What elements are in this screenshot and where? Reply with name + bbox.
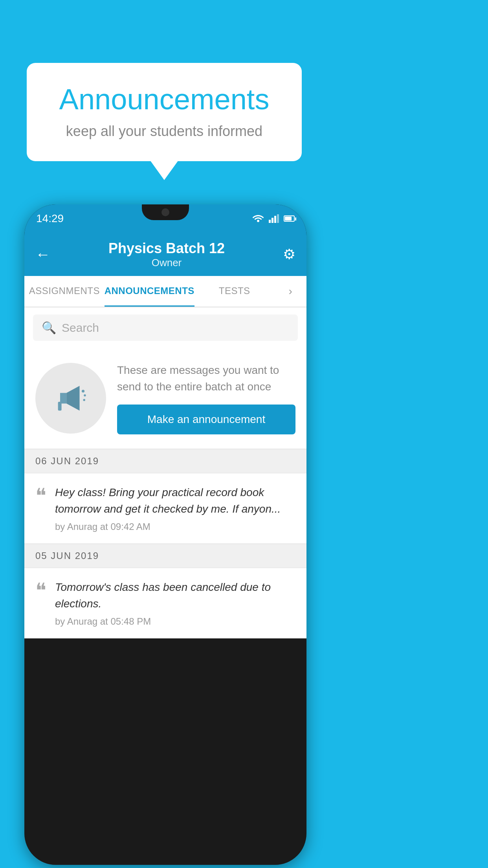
search-icon: 🔍 <box>42 321 56 335</box>
search-bar: 🔍 Search <box>24 307 306 348</box>
svg-rect-1 <box>272 218 273 223</box>
megaphone-icon <box>53 381 88 416</box>
tab-announcements[interactable]: ANNOUNCEMENTS <box>105 276 194 307</box>
announcement-meta-2: by Anurag at 05:48 PM <box>55 616 295 627</box>
announcement-text-2: Tomorrow's class has been cancelled due … <box>55 579 295 627</box>
announcement-item-2[interactable]: ❝ Tomorrow's class has been cancelled du… <box>24 568 306 638</box>
svg-point-9 <box>83 399 85 401</box>
svg-marker-5 <box>66 386 79 411</box>
announcement-promo: These are messages you want to send to t… <box>24 348 306 449</box>
battery-icon <box>284 215 295 222</box>
search-input-wrap[interactable]: 🔍 Search <box>33 314 298 341</box>
announcement-message-1: Hey class! Bring your practical record b… <box>55 484 295 517</box>
tab-tests[interactable]: TESTS <box>194 276 275 307</box>
svg-rect-2 <box>274 216 276 223</box>
app-header: ← Physics Batch 12 Owner ⚙ <box>24 233 306 276</box>
svg-rect-6 <box>58 402 62 411</box>
speech-bubble-subtitle: keep all your students informed <box>50 123 278 140</box>
announcement-message-2: Tomorrow's class has been cancelled due … <box>55 579 295 612</box>
status-icons <box>252 214 295 223</box>
announcement-item-1[interactable]: ❝ Hey class! Bring your practical record… <box>24 473 306 544</box>
make-announcement-button[interactable]: Make an announcement <box>117 405 295 434</box>
quote-icon-1: ❝ <box>35 486 46 506</box>
tab-assignments[interactable]: ASSIGNMENTS <box>24 276 105 307</box>
announcement-icon-circle <box>35 363 106 434</box>
svg-rect-3 <box>277 214 279 223</box>
phone-frame: 14:29 ← Physi <box>24 204 306 865</box>
header-center: Physics Batch 12 Owner <box>108 240 225 269</box>
tabs-bar: ASSIGNMENTS ANNOUNCEMENTS TESTS › <box>24 276 306 307</box>
quote-icon-2: ❝ <box>35 581 46 601</box>
tabs-more[interactable]: › <box>275 276 306 307</box>
notch-camera <box>161 208 169 216</box>
promo-description: These are messages you want to send to t… <box>117 362 295 395</box>
date-separator-2: 05 JUN 2019 <box>24 544 306 568</box>
status-bar: 14:29 <box>24 204 306 233</box>
phone-content: 🔍 Search These are messages you want to … <box>24 307 306 638</box>
notch <box>142 204 189 220</box>
settings-icon[interactable]: ⚙ <box>283 246 295 263</box>
back-button[interactable]: ← <box>35 246 50 263</box>
announcement-promo-right: These are messages you want to send to t… <box>117 362 295 434</box>
announcement-text-1: Hey class! Bring your practical record b… <box>55 484 295 532</box>
wifi-icon <box>252 214 264 223</box>
status-time: 14:29 <box>36 212 64 225</box>
svg-point-8 <box>84 394 86 396</box>
header-subtitle: Owner <box>108 257 225 269</box>
signal-icon <box>269 214 279 223</box>
date-separator-1: 06 JUN 2019 <box>24 449 306 473</box>
svg-marker-4 <box>60 393 66 404</box>
svg-point-7 <box>82 390 84 392</box>
announcement-meta-1: by Anurag at 09:42 AM <box>55 521 295 532</box>
svg-rect-0 <box>269 220 271 223</box>
header-title: Physics Batch 12 <box>108 240 225 257</box>
search-placeholder: Search <box>62 321 99 335</box>
speech-bubble-card: Announcements keep all your students inf… <box>27 63 302 161</box>
speech-bubble-title: Announcements <box>50 83 278 116</box>
